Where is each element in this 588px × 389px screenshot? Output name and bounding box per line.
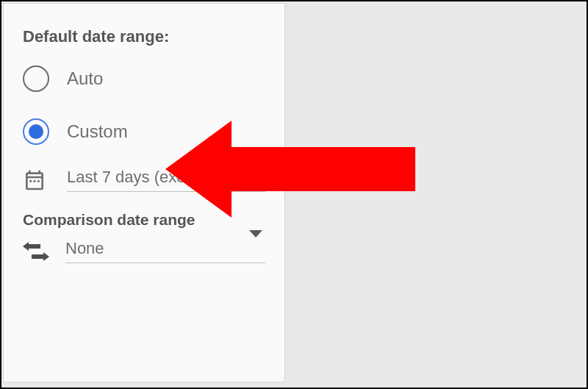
chevron-down-icon [249, 230, 262, 238]
svg-point-0 [29, 180, 32, 182]
custom-date-field-row[interactable]: Last 7 days (exclude … [4, 158, 284, 195]
date-range-panel: Default date range: Auto Custom Last 7 d… [3, 3, 285, 382]
radio-option-custom[interactable]: Custom [4, 105, 284, 158]
svg-marker-3 [23, 242, 40, 251]
calendar-icon [23, 168, 46, 192]
comparison-dropdown[interactable]: None [65, 239, 265, 263]
swap-horizontal-icon [23, 241, 49, 262]
radio-icon-unselected [23, 65, 49, 92]
radio-option-auto[interactable]: Auto [4, 52, 284, 105]
svg-marker-4 [32, 252, 49, 261]
svg-point-2 [37, 180, 40, 182]
radio-label: Custom [67, 121, 128, 142]
viewport-frame: Default date range: Auto Custom Last 7 d… [0, 0, 588, 389]
svg-point-1 [33, 180, 35, 182]
comparison-date-range-title: Comparison date range [4, 195, 284, 236]
date-range-value: Last 7 days (exclude … [67, 168, 265, 192]
comparison-dropdown-value: None [65, 239, 265, 258]
default-date-range-title: Default date range: [23, 27, 265, 46]
radio-label: Auto [67, 68, 103, 89]
radio-icon-selected [23, 118, 49, 145]
comparison-dropdown-row[interactable]: None [4, 236, 284, 263]
